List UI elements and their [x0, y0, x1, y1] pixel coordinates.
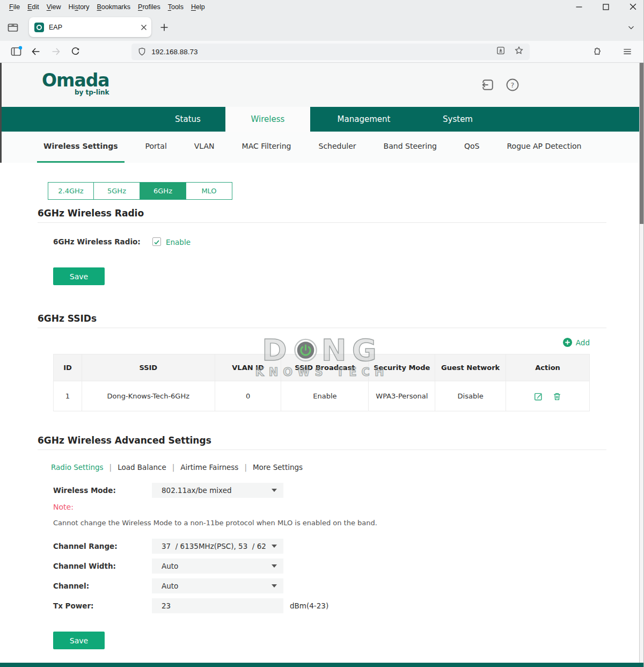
- firefox-view-icon[interactable]: [6, 45, 26, 58]
- divider: [38, 328, 606, 328]
- cell-ssid: Dong-Knows-Tech-6GHz: [82, 381, 215, 411]
- menu-history[interactable]: History: [65, 3, 93, 11]
- link-airtime-fairness[interactable]: Airtime Fairness: [180, 463, 238, 472]
- edit-icon[interactable]: [533, 392, 543, 401]
- tab-6ghz[interactable]: 6GHz: [140, 182, 186, 200]
- advanced-section-title: 6GHz Wireless Advanced Settings: [38, 435, 606, 446]
- logo-text: Omada: [42, 71, 109, 90]
- svg-text:?: ?: [511, 81, 515, 89]
- help-icon[interactable]: ?: [505, 77, 520, 95]
- omada-logo: Omada by tp-link: [42, 71, 109, 96]
- back-icon[interactable]: [26, 46, 46, 57]
- sub-nav: Wireless Settings Portal VLAN MAC Filter…: [0, 132, 643, 163]
- menu-view[interactable]: View: [43, 3, 65, 11]
- add-ssid-button[interactable]: Add: [562, 337, 590, 347]
- close-window-icon[interactable]: [629, 3, 637, 11]
- ssid-table: ID SSID VLAN ID SSID Broadcast Security …: [53, 354, 590, 411]
- chevron-down-icon: [272, 564, 277, 568]
- channel-select[interactable]: Auto: [152, 578, 283, 593]
- menu-bookmarks[interactable]: Bookmarks: [93, 3, 135, 11]
- save-button-radio[interactable]: Save: [53, 267, 105, 285]
- maximize-icon[interactable]: [602, 3, 610, 11]
- radio-section-title: 6GHz Wireless Radio: [38, 208, 606, 219]
- link-load-balance[interactable]: Load Balance: [118, 463, 166, 472]
- delete-trash-icon[interactable]: [552, 392, 562, 401]
- chevron-down-icon: [272, 489, 277, 492]
- nav-system[interactable]: System: [418, 107, 498, 132]
- app-menu-hamburger-icon[interactable]: [617, 46, 637, 57]
- chevron-down-icon: [272, 584, 277, 588]
- extensions-puzzle-icon[interactable]: [587, 46, 606, 57]
- save-button-advanced[interactable]: Save: [53, 632, 105, 649]
- subnav-band-steering[interactable]: Band Steering: [377, 142, 443, 163]
- note-text: Cannot change the Wireless Mode to a non…: [53, 519, 606, 527]
- menu-edit[interactable]: Edit: [24, 3, 43, 11]
- radio-enable-checkbox[interactable]: [152, 237, 161, 246]
- channel-width-select[interactable]: Auto: [152, 559, 283, 574]
- subnav-vlan[interactable]: VLAN: [188, 142, 221, 163]
- channel-range-select[interactable]: 37 / 6135MHz(PSC), 53 / 62: [152, 539, 283, 554]
- content-area: 2.4GHz 5GHz 6GHz MLO 6GHz Wireless Radio…: [38, 182, 606, 649]
- page-viewport: Omada by tp-link ? Status Wireless Manag…: [0, 63, 643, 667]
- menu-profiles[interactable]: Profiles: [134, 3, 164, 11]
- subnav-qos[interactable]: QoS: [458, 142, 486, 163]
- tab-close-icon[interactable]: [141, 24, 147, 31]
- col-action: Action: [506, 354, 590, 381]
- subnav-rogue-ap-detection[interactable]: Rogue AP Detection: [501, 142, 588, 163]
- save-page-icon[interactable]: [495, 45, 506, 58]
- link-radio-settings[interactable]: Radio Settings: [51, 463, 104, 472]
- tx-power-input[interactable]: [152, 598, 283, 613]
- browser-menu-bar: File Edit View History Bookmarks Profile…: [0, 0, 643, 13]
- tab-manager-icon[interactable]: [6, 21, 19, 34]
- tx-power-label: Tx Power:: [53, 601, 93, 610]
- subnav-mac-filtering[interactable]: MAC Filtering: [236, 142, 298, 163]
- subnav-scheduler[interactable]: Scheduler: [312, 142, 363, 163]
- menu-file[interactable]: File: [5, 3, 24, 11]
- menu-help[interactable]: Help: [187, 3, 209, 11]
- omada-favicon-icon: [34, 23, 44, 32]
- url-text[interactable]: 192.168.88.73: [151, 48, 495, 56]
- col-id: ID: [54, 354, 82, 381]
- wireless-mode-select[interactable]: 802.11ax/be mixed: [152, 483, 283, 498]
- plus-circle-icon: [562, 337, 573, 347]
- site-security-shield-icon[interactable]: [137, 47, 147, 57]
- nav-wireless[interactable]: Wireless: [225, 107, 310, 132]
- site-header: Omada by tp-link ?: [0, 63, 643, 107]
- tab-2_4ghz[interactable]: 2.4GHz: [48, 182, 94, 200]
- new-tab-icon[interactable]: [160, 23, 169, 32]
- url-bar[interactable]: 192.168.88.73: [131, 44, 530, 60]
- minimize-icon[interactable]: [575, 3, 583, 11]
- bookmark-star-icon[interactable]: [514, 45, 524, 58]
- logout-icon[interactable]: [480, 77, 495, 95]
- browser-tab-bar: EAP: [0, 13, 643, 41]
- nav-management[interactable]: Management: [310, 107, 418, 132]
- window-controls: [575, 0, 637, 13]
- col-security-mode: Security Mode: [369, 354, 435, 381]
- reload-icon[interactable]: [65, 46, 85, 57]
- cell-vlan-id: 0: [215, 381, 281, 411]
- chevron-down-icon: [272, 545, 277, 548]
- cell-broadcast: Enable: [281, 381, 369, 411]
- link-more-settings[interactable]: More Settings: [253, 463, 303, 472]
- forward-icon[interactable]: [46, 46, 66, 57]
- main-nav: Status Wireless Management System: [0, 107, 643, 132]
- check-icon: [153, 238, 160, 246]
- divider: [38, 222, 606, 223]
- cell-id: 1: [54, 381, 82, 411]
- channel-width-label: Channel Width:: [53, 562, 116, 570]
- col-ssid-broadcast: SSID Broadcast: [281, 354, 369, 381]
- cell-guest-network: Disable: [435, 381, 506, 411]
- page-scrollbar[interactable]: [639, 63, 643, 663]
- menu-tools[interactable]: Tools: [164, 3, 187, 11]
- browser-window: File Edit View History Bookmarks Profile…: [0, 0, 644, 667]
- tab-mlo[interactable]: MLO: [186, 182, 232, 200]
- subnav-wireless-settings[interactable]: Wireless Settings: [37, 142, 125, 163]
- subnav-portal[interactable]: Portal: [139, 142, 173, 163]
- tab-5ghz[interactable]: 5GHz: [94, 182, 140, 200]
- scrollbar-thumb[interactable]: [640, 63, 643, 224]
- ssids-section-title: 6GHz SSIDs: [38, 313, 606, 324]
- nav-status[interactable]: Status: [150, 107, 225, 132]
- col-ssid: SSID: [82, 354, 215, 381]
- browser-tab[interactable]: EAP: [29, 17, 151, 37]
- tab-list-chevron-icon[interactable]: [626, 23, 636, 32]
